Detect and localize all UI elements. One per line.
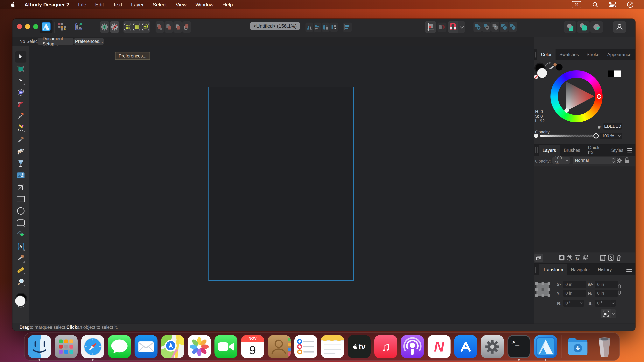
r-dropdown[interactable] (579, 300, 584, 307)
link-dimensions-icon[interactable] (617, 284, 622, 295)
zoom-tool[interactable] (16, 278, 25, 286)
boolean-combine-button[interactable] (508, 22, 517, 32)
menu-help[interactable]: Help (222, 2, 233, 8)
picked-color-chip[interactable] (556, 64, 562, 70)
dock-downloads[interactable] (566, 335, 589, 358)
spotlight-search-icon[interactable] (592, 2, 598, 7)
r-field[interactable]: 0 ° (563, 300, 581, 307)
tab-appearance[interactable]: Appearance (603, 49, 635, 60)
control-center-icon[interactable] (609, 1, 616, 8)
dock-photos[interactable] (188, 335, 211, 358)
move-tool[interactable] (16, 52, 25, 61)
boolean-subtract-button[interactable] (482, 22, 490, 32)
tab-transform[interactable]: Transform (539, 264, 567, 275)
account-button[interactable] (613, 21, 626, 33)
dock-maps[interactable] (161, 335, 184, 358)
boolean-intersect-button[interactable] (491, 22, 499, 32)
transparency-tool[interactable] (16, 159, 25, 168)
menu-view[interactable]: View (176, 2, 186, 8)
pencil-tool[interactable] (16, 124, 25, 133)
fill-tool[interactable] (16, 147, 25, 156)
lock-icon[interactable] (624, 157, 630, 164)
pixel-persona-button[interactable] (57, 21, 68, 32)
dock-contacts[interactable] (268, 335, 291, 358)
dock-podcasts[interactable] (401, 335, 424, 358)
move-to-back-button[interactable] (564, 21, 576, 33)
rotate-cw-button[interactable] (330, 22, 338, 32)
no-color-chip[interactable] (534, 75, 538, 79)
rounded-rectangle-tool[interactable] (16, 218, 25, 227)
select-intersect-button[interactable] (132, 21, 141, 33)
panel-grip[interactable] (535, 52, 536, 57)
transform-mode-button[interactable] (601, 309, 611, 318)
tab-history[interactable]: History (594, 264, 616, 275)
menu-file[interactable]: File (78, 2, 86, 8)
dock-mail[interactable] (134, 335, 158, 358)
toggle-grid-button[interactable] (425, 21, 436, 33)
panel-grip[interactable] (535, 267, 538, 273)
panel-grip[interactable] (535, 147, 538, 153)
dock-finder[interactable] (28, 335, 51, 358)
tab-quick-fx[interactable]: Quick FX (584, 145, 607, 156)
tab-stroke[interactable]: Stroke (583, 49, 603, 60)
select-objects-button[interactable] (141, 21, 150, 33)
opacity-dropdown[interactable] (617, 133, 622, 139)
layers-list[interactable] (534, 167, 636, 252)
document-title[interactable]: <Untitled> (156.1%) (250, 22, 300, 30)
document-page[interactable] (208, 87, 354, 281)
rotate-ccw-button[interactable] (322, 22, 330, 32)
boolean-add-button[interactable] (474, 22, 482, 32)
corner-tool[interactable] (16, 100, 25, 109)
layer-opacity-dropdown[interactable] (564, 157, 570, 164)
dock-trash[interactable] (593, 335, 616, 358)
knife-tool[interactable] (16, 135, 25, 144)
flip-horizontal-button[interactable] (306, 22, 313, 32)
white-swatch[interactable] (614, 70, 621, 77)
panel-menu-icon[interactable] (627, 147, 632, 154)
triangle-selector[interactable] (564, 108, 569, 113)
tab-color[interactable]: Color (537, 49, 556, 60)
keyboard-input-icon[interactable]: ⌘ (572, 1, 582, 8)
pen-tool[interactable] (16, 112, 25, 121)
dock-news[interactable]: N (428, 335, 450, 358)
document-setup-button[interactable]: Document Setup... (38, 38, 74, 45)
dock-terminal[interactable]: >_ (508, 335, 530, 358)
opacity-value-field[interactable]: 100 % (600, 133, 618, 139)
tab-swatches[interactable]: Swatches (556, 49, 583, 60)
canvas[interactable]: Preferences... (29, 46, 534, 324)
x-field[interactable]: 0 in (563, 281, 586, 288)
artboard-tool[interactable] (16, 64, 25, 73)
y-field[interactable]: 0 in (563, 290, 586, 297)
s-dropdown[interactable] (610, 300, 616, 307)
boolean-divide-button[interactable] (500, 22, 508, 32)
anchor-point-selector[interactable] (536, 283, 549, 296)
delete-layer-icon[interactable] (616, 254, 622, 261)
dock-facetime[interactable] (214, 335, 238, 358)
fill-stroke-selector[interactable] (14, 293, 28, 307)
dock-reminders[interactable] (294, 335, 317, 358)
snapping-dropdown-button[interactable] (458, 21, 465, 33)
dock-messages[interactable] (108, 335, 131, 358)
color-wheel[interactable] (550, 70, 602, 122)
menu-edit[interactable]: Edit (95, 2, 104, 8)
menu-app-name[interactable]: Affinity Designer 2 (24, 2, 69, 8)
dock-notes[interactable] (321, 335, 344, 358)
insert-on-top-button[interactable] (174, 21, 182, 33)
insert-inside-button[interactable] (164, 21, 173, 33)
node-tool[interactable] (16, 76, 25, 85)
w-field[interactable]: 0 in (595, 281, 618, 288)
place-image-tool[interactable] (16, 171, 25, 180)
menu-layer[interactable]: Layer (131, 2, 144, 8)
snapping-options-button[interactable] (100, 21, 109, 33)
snapping-toggle-button[interactable] (110, 21, 120, 33)
black-swatch[interactable] (608, 70, 614, 77)
move-to-front-button[interactable] (590, 21, 603, 33)
vector-crop-tool[interactable] (16, 183, 25, 192)
opacity-knob-chip[interactable] (534, 134, 538, 138)
rectangle-tool[interactable] (16, 194, 25, 203)
color-picker-tool[interactable] (16, 254, 25, 263)
designer-persona-button[interactable] (40, 20, 52, 33)
dock-launchpad[interactable] (55, 335, 78, 358)
export-persona-button[interactable] (74, 21, 84, 32)
text-tool[interactable]: A (16, 242, 25, 251)
